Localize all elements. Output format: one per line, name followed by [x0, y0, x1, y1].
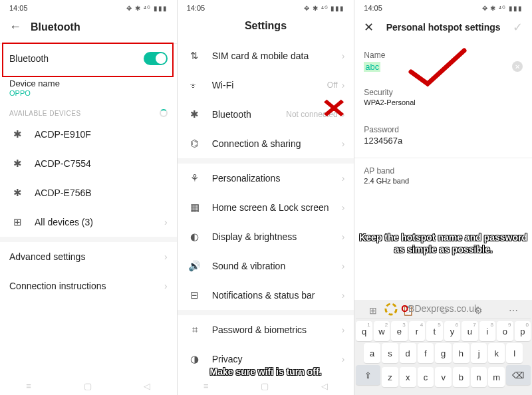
key-u[interactable]: 7u [462, 321, 477, 341]
chevron-right-icon: › [164, 217, 168, 227]
settings-item[interactable]: ⌬Connection & sharing› [178, 129, 354, 158]
settings-screen: 14:05 ✥ ✱ ⁴ᴳ ▮▮▮ Settings ⇅SIM card & mo… [178, 0, 355, 395]
status-bar: 14:05 ✥ ✱ ⁴ᴳ ▮▮▮ [178, 0, 354, 13]
ap-band-label: AP band [354, 166, 532, 176]
key-x[interactable]: x [400, 367, 416, 387]
key-g[interactable]: g [435, 343, 452, 363]
key-z[interactable]: z [382, 367, 398, 387]
chevron-right-icon: › [342, 261, 345, 271]
bluetooth-toggle-row[interactable]: Bluetooth [0, 43, 177, 73]
settings-item[interactable]: ▦Home screen & Lock screen› [178, 193, 354, 222]
device-name-value: OPPO [9, 89, 31, 97]
chevron-right-icon: › [342, 138, 345, 149]
toggle-switch[interactable] [144, 52, 168, 65]
kb-more-icon[interactable]: ⋯ [509, 305, 518, 316]
password-value[interactable]: 1234567a [354, 134, 532, 155]
key-e[interactable]: 3e [391, 321, 407, 341]
time: 14:05 [9, 4, 28, 12]
watermark: OBDexpress.co.uk [384, 302, 479, 317]
nav-recent-icon[interactable]: ≡ [26, 381, 31, 391]
toggle-label: Bluetooth [9, 53, 144, 64]
key-i[interactable]: 8i [479, 321, 495, 341]
time: 14:05 [187, 4, 205, 12]
status-bar: 14:05 ✥ ✱ ⁴ᴳ ▮▮▮ [354, 0, 532, 13]
device-item[interactable]: ✱ ACDP-E756B [0, 178, 177, 207]
annotation-caption: Make sure wifi is turn off. [184, 366, 348, 378]
status-icons: ✥ ✱ ⁴ᴳ ▮▮▮ [126, 5, 167, 12]
security-value[interactable]: WPA2-Personal [354, 97, 532, 116]
key-s[interactable]: s [382, 343, 398, 363]
settings-item[interactable]: ⇅SIM card & mobile data› [178, 41, 354, 70]
hotspot-name-input[interactable]: abc [364, 62, 380, 72]
key-w[interactable]: 2w [374, 321, 390, 341]
settings-item[interactable]: ⚘Personalizations› [178, 164, 354, 193]
page-title: Settings [245, 20, 287, 32]
header: Settings [178, 13, 354, 41]
key-f[interactable]: f [418, 343, 434, 363]
item-icon: ✱ [187, 108, 203, 120]
shift-key[interactable]: ⇧ [356, 365, 380, 385]
settings-item[interactable]: ⌗Password & biometrics› [178, 315, 354, 344]
key-j[interactable]: j [471, 343, 487, 363]
available-devices-section: AVAILABLE DEVICES [0, 102, 177, 120]
key-r[interactable]: 4r [409, 321, 425, 341]
status-icons: ✥ ✱ ⁴ᴳ ▮▮▮ [304, 5, 344, 12]
all-devices-row[interactable]: ⊞ All devices (3) › [0, 207, 177, 237]
settings-item[interactable]: ⊟Notifications & status bar› [178, 281, 354, 310]
item-icon: ◑ [187, 353, 203, 365]
nav-recent-icon[interactable]: ≡ [203, 381, 209, 391]
hotspot-settings-screen: 14:05 ✥ ✱ ⁴ᴳ ▮▮▮ ✕ Personal hotspot sett… [354, 0, 532, 395]
key-y[interactable]: 6y [444, 321, 460, 341]
grid-icon: ⊞ [9, 216, 25, 228]
item-icon: ◐ [187, 231, 203, 243]
item-icon: ᯤ [187, 80, 203, 91]
scanning-spinner-icon [160, 109, 168, 117]
name-label: Name [354, 51, 532, 60]
settings-item[interactable]: ◐Display & brightness› [178, 222, 354, 251]
nav-back-icon[interactable]: ◁ [321, 381, 328, 391]
connection-instructions-row[interactable]: Connection instructions › [0, 271, 177, 301]
bluetooth-icon: ✱ [9, 187, 25, 199]
key-v[interactable]: v [435, 367, 452, 387]
item-icon: ⚘ [187, 172, 203, 184]
chevron-right-icon: › [164, 281, 168, 291]
page-title: Personal hotspot settings [383, 22, 503, 33]
key-l[interactable]: l [506, 343, 523, 363]
key-c[interactable]: c [418, 367, 434, 387]
key-o[interactable]: 9o [497, 321, 513, 341]
key-h[interactable]: h [453, 343, 469, 363]
item-icon: ⌬ [187, 138, 203, 150]
back-icon[interactable]: ← [9, 20, 21, 34]
nav-back-icon[interactable]: ◁ [144, 381, 150, 391]
key-d[interactable]: d [400, 343, 416, 363]
header: ✕ Personal hotspot settings ✓ [354, 13, 532, 44]
chevron-right-icon: › [342, 231, 345, 242]
key-q[interactable]: 1q [356, 321, 372, 341]
key-b[interactable]: b [453, 367, 469, 387]
settings-item[interactable]: ᯤWi-FiOff› [178, 70, 354, 100]
ap-band-value[interactable]: 2.4 GHz band [354, 176, 532, 194]
backspace-key[interactable]: ⌫ [506, 365, 531, 385]
close-icon[interactable]: ✕ [364, 20, 374, 35]
password-label: Password [354, 125, 532, 134]
clear-input-icon[interactable]: ✕ [512, 61, 523, 72]
confirm-icon[interactable]: ✓ [513, 20, 523, 35]
device-item[interactable]: ✱ ACDP-C7554 [0, 149, 177, 178]
device-item[interactable]: ✱ ACDP-E910F [0, 120, 177, 149]
nav-bar: ≡ ▢ ◁ [0, 381, 177, 391]
key-p[interactable]: 0p [515, 321, 531, 341]
key-a[interactable]: a [364, 343, 380, 363]
nav-home-icon[interactable]: ▢ [84, 381, 92, 391]
device-name-label: Device name [9, 78, 60, 89]
device-name-row[interactable]: Device name OPPO [0, 73, 177, 102]
key-k[interactable]: k [488, 343, 505, 363]
key-t[interactable]: 5t [426, 321, 442, 341]
nav-home-icon[interactable]: ▢ [261, 381, 269, 391]
item-icon: ⇅ [187, 50, 203, 62]
settings-item[interactable]: ✱BluetoothNot connected› [178, 100, 354, 129]
key-n[interactable]: n [471, 367, 487, 387]
key-m[interactable]: m [488, 367, 505, 387]
kb-tools-icon[interactable]: ⊞ [369, 305, 377, 316]
settings-item[interactable]: 🔊Sound & vibration› [178, 251, 354, 281]
advanced-settings-row[interactable]: Advanced settings › [0, 242, 177, 271]
